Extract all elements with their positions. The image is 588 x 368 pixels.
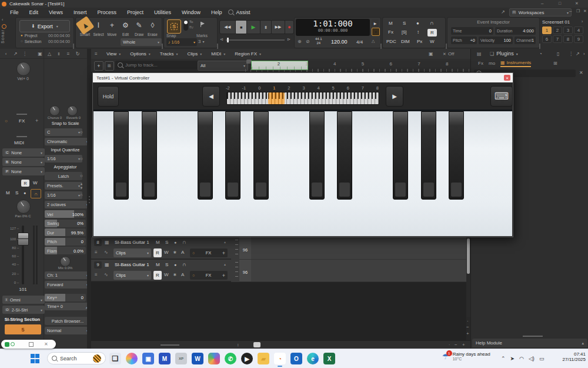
track-solo-button[interactable]: S xyxy=(165,240,168,245)
dropdown-time-0[interactable]: Time+ 0◢ xyxy=(45,303,91,310)
track-filter-dropdown[interactable]: All▾ xyxy=(198,61,248,71)
horizontal-scrollbar-handle[interactable] xyxy=(253,342,260,347)
collapse-chevron-icon[interactable]: ▴ xyxy=(224,262,226,266)
octave-label-1[interactable]: 1 xyxy=(273,85,275,91)
duplicate-icon[interactable]: ⊞ xyxy=(105,61,114,71)
screenset-6[interactable]: 6 xyxy=(542,35,552,43)
snap-value-dropdown[interactable]: ♪ 1/16 ▾ xyxy=(166,38,197,46)
arp-slider-swing[interactable]: Swing0% xyxy=(45,220,86,227)
mini-record-button[interactable]: ● xyxy=(372,28,380,36)
capture-stop-icon[interactable] xyxy=(29,342,34,347)
menu-utilities[interactable]: Utilities xyxy=(149,9,176,15)
collapse-chevron-icon[interactable]: ‹ xyxy=(2,18,3,22)
empty-track-area[interactable] xyxy=(91,282,466,340)
octave-label-4[interactable]: 4 xyxy=(317,85,319,91)
black-key-after-5[interactable] xyxy=(253,111,269,200)
write-automation-button[interactable]: W xyxy=(430,39,435,44)
power-icon[interactable]: ○ xyxy=(80,130,83,135)
position-slider[interactable] xyxy=(226,39,285,41)
child-restore-icon[interactable]: ❐ xyxy=(576,9,580,14)
octave-label-0[interactable]: 0 xyxy=(258,85,260,91)
pause-button[interactable]: ‖ xyxy=(260,20,272,34)
panel-scroll-dash[interactable] xyxy=(523,336,543,337)
track-mute-button[interactable]: M xyxy=(156,240,160,245)
arp-slider-vel[interactable]: Vel100% xyxy=(45,210,86,218)
capture-close-icon[interactable]: ✕ xyxy=(44,342,48,347)
scroll-mode-icon[interactable]: ↕ xyxy=(237,343,239,347)
arm-record-icon[interactable]: ● xyxy=(416,21,419,26)
screenset-2[interactable]: 2 xyxy=(553,26,562,34)
menu-help[interactable]: Help xyxy=(206,9,228,15)
clear-search-icon[interactable]: ✕ xyxy=(579,70,583,75)
taskbar-app-copilot[interactable] xyxy=(126,353,138,364)
headphone-icon[interactable]: ∩ xyxy=(182,261,186,267)
black-key-after-8[interactable] xyxy=(337,111,352,200)
pdc-button[interactable]: PDC xyxy=(386,39,396,44)
back-icon[interactable]: ‹ xyxy=(1,51,11,57)
track-view-dropdown[interactable]: Clips▾ xyxy=(113,271,151,280)
close-icon[interactable]: ✕ xyxy=(575,1,579,6)
folder-icon[interactable]: ▤ xyxy=(477,51,482,57)
subtab-mo[interactable]: mo xyxy=(489,61,495,66)
dock-panel-icon[interactable]: ↗ xyxy=(576,51,580,57)
snap-to-by-toggle[interactable] xyxy=(183,20,188,31)
event-field-duration[interactable]: Duration4:000 xyxy=(495,27,536,35)
input-echo-icon[interactable]: ↕ xyxy=(417,29,419,35)
taskbar-app-edge[interactable]: e xyxy=(307,353,319,364)
marks-flag-icon[interactable] xyxy=(201,22,201,27)
read-automation-button[interactable]: R xyxy=(427,29,437,37)
power-icon[interactable]: ○ xyxy=(80,156,83,161)
read-button[interactable]: R xyxy=(21,180,29,187)
taskbar-app-cakewalk[interactable]: ◔ xyxy=(274,353,286,364)
dropdown-normal[interactable]: Normal▾ xyxy=(45,327,91,334)
track-write-button[interactable]: W xyxy=(164,272,169,277)
export-row-project[interactable]: ●Project00:00:04:00 xyxy=(21,34,70,38)
sync-icon[interactable]: ⊕ xyxy=(298,39,302,44)
loop-start-icon[interactable]: ⊲ xyxy=(220,37,223,42)
power-icon[interactable]: ○ xyxy=(80,173,83,178)
black-key-after-12[interactable] xyxy=(449,111,464,200)
dropdown-c[interactable]: C▾ xyxy=(45,128,82,136)
viewbar-menu-tracks[interactable]: Tracks▾ xyxy=(155,49,183,59)
fx-power-icon[interactable]: ○ xyxy=(5,118,8,124)
menu-views[interactable]: Views xyxy=(44,9,68,15)
dock-icon[interactable]: ↗ xyxy=(501,9,505,15)
metronome-icon[interactable]: △ xyxy=(45,51,54,57)
octave-label-6[interactable]: 6 xyxy=(347,85,349,91)
name-icon[interactable]: ▣ xyxy=(35,51,45,57)
track-write-button[interactable]: W xyxy=(164,250,169,255)
track-header-8[interactable]: 8▦SI-Bass Guitar 1MS●∩▴≡∿Clips▾RW∗A○FX+ xyxy=(91,237,231,259)
track-lanes[interactable] xyxy=(251,237,466,282)
headphone-icon[interactable]: ∩ xyxy=(182,239,186,245)
more-options-icon[interactable]: ⋮ xyxy=(569,51,573,57)
subtab-rack-icon[interactable]: ⊞ xyxy=(553,61,557,66)
dropdown-ch-1[interactable]: Ch: 1▾ xyxy=(45,271,91,279)
taskbar-app-malwarebytes[interactable]: M xyxy=(159,353,171,364)
rewind-button[interactable]: ◀◀ xyxy=(219,20,236,34)
track-read-button[interactable]: R xyxy=(153,271,162,280)
position-slider-handle[interactable] xyxy=(227,38,229,42)
octave-label-8[interactable]: 8 xyxy=(376,85,379,91)
octave-label--2[interactable]: -2 xyxy=(226,85,230,91)
taskbar-app-excel[interactable]: X xyxy=(323,353,335,364)
fx-add-icon[interactable]: + xyxy=(222,273,225,279)
write-button[interactable]: W xyxy=(33,180,38,185)
chevron-up-icon[interactable]: ▴ xyxy=(81,181,82,185)
midi-slot-P[interactable]: PNone▾ xyxy=(2,167,45,175)
track-arm-icon[interactable]: ● xyxy=(174,263,176,267)
volume-icon[interactable]: ◁) xyxy=(529,356,534,362)
solo-button[interactable]: S xyxy=(403,21,406,26)
event-field-channel[interactable]: Channel1 xyxy=(514,37,536,44)
menu-file[interactable]: File xyxy=(5,9,24,15)
arp-slider-key+[interactable]: Key+0 xyxy=(45,294,86,301)
menu-process[interactable]: Process xyxy=(92,9,122,15)
track-fx-rack[interactable]: ○FX+ xyxy=(190,248,228,257)
sync-bypass-button[interactable]: [S] xyxy=(402,30,407,34)
record-button[interactable]: ● xyxy=(285,20,294,34)
splitter-dash[interactable] xyxy=(161,344,179,346)
midi-slot-B[interactable]: BNone▾ xyxy=(2,158,45,166)
lane-menu-icon[interactable]: ≡ xyxy=(95,272,98,277)
zoom-dot-icon[interactable]: · xyxy=(467,319,469,324)
viewbar-menu-region-fx[interactable]: Region FX▾ xyxy=(230,49,266,59)
time-display[interactable]: 1:01:000 00:00:00.000 xyxy=(296,19,370,36)
